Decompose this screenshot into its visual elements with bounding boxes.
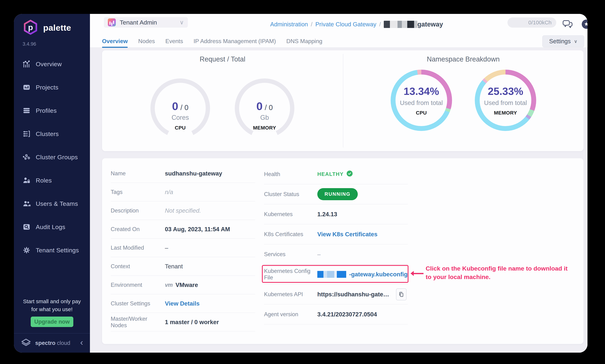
detail-label: Created On: [111, 226, 165, 233]
sidebar-collapse-icon[interactable]: ‹: [80, 338, 83, 348]
sidebar-item-label: Overview: [36, 61, 62, 68]
projects-icon: [22, 83, 31, 91]
detail-row-kubernetes-api: Kubernetes APIhttps://sudhanshu-gateway-…: [264, 285, 408, 304]
detail-label: Kubernetes API: [264, 291, 317, 298]
chevron-down-icon: ∨: [574, 39, 577, 44]
sidebar-item-cluster-groups[interactable]: Cluster Groups: [14, 151, 90, 163]
sidebar-item-tenant-settings[interactable]: Tenant Settings: [14, 244, 90, 256]
scope-selector[interactable]: Tenant Admin ∨: [104, 17, 188, 28]
sidebar-item-label: Tenant Settings: [36, 247, 79, 254]
detail-label: Master/Worker Nodes: [111, 316, 165, 329]
detail-row-last-modified: Last Modified–: [111, 239, 255, 257]
sidebar-item-label: Users & Teams: [36, 200, 78, 207]
tab-dns-mapping[interactable]: DNS Mapping: [287, 35, 322, 47]
clusters-icon: [22, 130, 31, 138]
detail-value: 3.4.21/20230727.0504: [317, 311, 377, 318]
tabs: OverviewNodesEventsIP Address Management…: [102, 35, 322, 47]
brand-name: spectrocloud: [35, 340, 70, 346]
users-icon: [22, 199, 31, 208]
donut-percent: 13.34%: [391, 85, 452, 97]
donut-metric-label: CPU: [391, 110, 452, 116]
scope-label: Tenant Admin: [120, 19, 157, 26]
sidebar-item-audit-logs[interactable]: Audit Logs: [14, 221, 90, 233]
detail-label: Last Modified: [111, 245, 165, 251]
detail-label: Name: [111, 170, 165, 177]
sidebar-nav: OverviewProjectsProfilesClustersCluster …: [14, 58, 90, 268]
tab-nodes[interactable]: Nodes: [138, 35, 155, 47]
detail-link[interactable]: View K8s Certificates: [317, 231, 377, 238]
donut-cpu: 13.34%Used from totalCPU: [391, 70, 452, 131]
settings-button[interactable]: Settings ∨: [542, 35, 584, 47]
sidebar-item-clusters[interactable]: Clusters: [14, 128, 90, 140]
status-badge: RUNNING: [317, 188, 358, 200]
chevron-down-icon: ∨: [180, 19, 184, 26]
chat-icon[interactable]: [562, 19, 573, 29]
sidebar-item-label: Clusters: [36, 130, 59, 137]
gauge-unit: Cores: [151, 114, 210, 121]
detail-row-agent-version: Agent version3.4.21/20230727.0504: [264, 304, 408, 325]
detail-row-context: ContextTenant: [111, 257, 255, 276]
kubeconfig-value[interactable]: -gateway.kubeconfig: [317, 271, 408, 278]
tab-ip-address-management-ipam[interactable]: IP Address Management (IPAM): [193, 35, 276, 47]
sidebar-item-users-teams[interactable]: Users & Teams: [14, 198, 90, 209]
detail-row-cluster-status: Cluster StatusRUNNING: [264, 184, 408, 204]
sidebar-item-roles[interactable]: Roles: [14, 175, 90, 186]
detail-label: Agent version: [264, 311, 317, 318]
sidebar-item-label: Roles: [36, 177, 52, 184]
cluster-groups-icon: [22, 153, 31, 161]
link-text[interactable]: View Details: [165, 300, 200, 307]
detail-value: –: [317, 251, 321, 258]
breadcrumb-private-cloud-gateway[interactable]: Private Cloud Gateway: [315, 21, 376, 28]
kubeconfig-link[interactable]: -gateway.kubeconfig: [349, 271, 408, 278]
details-card: Namesudhanshu-gatewayTagsn/aDescriptionN…: [102, 158, 583, 344]
stats-card: Request / Total Namespace Breakdown 0 / …: [102, 50, 583, 151]
layers-icon: [22, 106, 31, 115]
favorites-star-icon[interactable]: [581, 19, 588, 29]
detail-row-kubernetes-config-file: Kubernetes Config File-gateway.kubeconfi…: [264, 264, 408, 285]
audit-search-icon: [22, 223, 31, 231]
sidebar-item-overview[interactable]: Overview: [14, 58, 90, 70]
tab-overview[interactable]: Overview: [102, 35, 128, 47]
person-lock-icon: [22, 176, 31, 184]
detail-value: Tenant: [165, 263, 183, 270]
tabs-bar: OverviewNodesEventsIP Address Management…: [90, 35, 588, 48]
sidebar-item-projects[interactable]: Projects: [14, 81, 90, 93]
detail-row-name: Namesudhanshu-gateway: [111, 164, 255, 183]
details-right-column: HealthHEALTHYCluster StatusRUNNINGKubern…: [264, 164, 408, 325]
tab-events[interactable]: Events: [165, 35, 183, 47]
app-version: 3.4.96: [23, 41, 36, 47]
detail-row-created-on: Created On03 Aug, 2023, 11:54 AM: [111, 220, 255, 239]
detail-value: 1 master / 0 worker: [165, 319, 219, 325]
detail-row-services: Services–: [264, 244, 408, 264]
link-text[interactable]: View K8s Certificates: [317, 231, 377, 238]
breadcrumb-administration[interactable]: Administration: [270, 21, 308, 28]
api-value: https://sudhanshu-gateway-q...: [317, 288, 407, 300]
upgrade-now-button[interactable]: Upgrade now: [31, 317, 73, 327]
detail-row-environment: EnvironmentvmVMware: [111, 276, 255, 294]
detail-label: Health: [264, 171, 317, 178]
detail-label: Context: [111, 263, 165, 270]
detail-label: Environment: [111, 282, 165, 288]
sidebar-item-profiles[interactable]: Profiles: [14, 105, 90, 116]
gauge-cpu: 0 / 0CoresCPU: [151, 78, 210, 138]
detail-value: –: [165, 244, 168, 251]
annotation-text: Click on the Kubeconfig file name to dow…: [426, 264, 572, 281]
gauge-unit: Gb: [235, 114, 294, 121]
app-window: p palette 3.4.96 OverviewProjectsProfile…: [14, 14, 588, 353]
detail-row-cluster-settings: Cluster SettingsView Details: [111, 294, 255, 313]
svg-text:p: p: [28, 23, 33, 32]
detail-link[interactable]: View Details: [165, 300, 200, 307]
namespace-breakdown-title: Namespace Breakdown: [373, 55, 553, 63]
vmware-icon: vm: [165, 282, 173, 288]
copy-button[interactable]: [396, 288, 407, 300]
request-total-title: Request / Total: [132, 55, 313, 63]
check-circle-icon: [346, 170, 353, 178]
detail-label: Cluster Status: [264, 191, 317, 197]
breadcrumb: Administration / Private Cloud Gateway /…: [270, 14, 443, 35]
detail-value: 1.24.13: [317, 211, 337, 218]
sidebar-item-label: Profiles: [36, 107, 57, 114]
detail-value: 03 Aug, 2023, 11:54 AM: [165, 226, 230, 233]
detail-value: Not specified.: [165, 207, 201, 214]
logo-row: p palette: [23, 19, 71, 36]
detail-label: Tags: [111, 189, 165, 195]
